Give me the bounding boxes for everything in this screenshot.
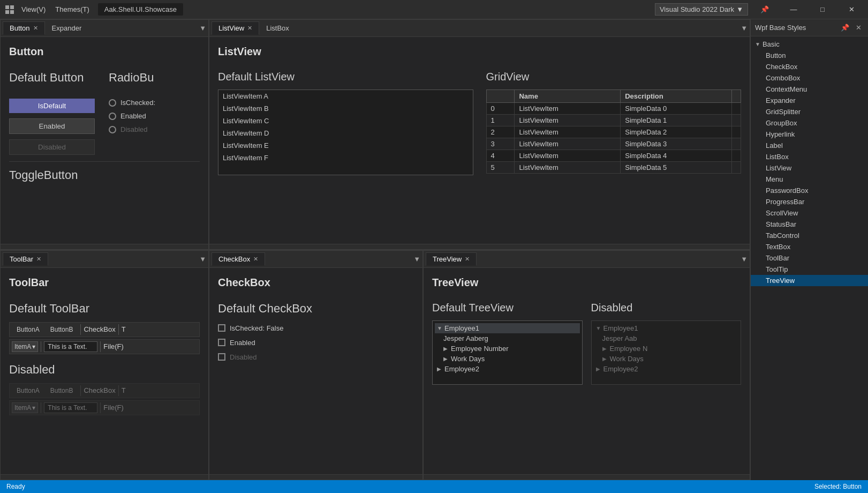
list-item[interactable]: ListViewItem C [218, 115, 473, 127]
tv-d-emp-number-arrow: ▶ [602, 346, 608, 352]
tv-workdays[interactable]: ▶ Work Days [435, 354, 580, 364]
sidebar-item[interactable]: ScrollView [751, 207, 868, 219]
grid-extra [732, 162, 741, 174]
toolbar-btn-b[interactable]: ButtonB [46, 324, 78, 335]
sidebar-item[interactable]: ListView [751, 162, 868, 174]
close-icon: ✕ [849, 5, 855, 13]
tv-employee1[interactable]: ▼ Employee1 [435, 323, 580, 333]
checkbox-hscrollbar[interactable] [209, 474, 422, 480]
toolbar-dropdown[interactable]: ItemA ▾ [12, 341, 38, 352]
sidebar-item[interactable]: TabControl [751, 230, 868, 241]
table-row[interactable]: 0 ListViewItem SimpleData 0 [486, 103, 741, 115]
grid-index: 4 [486, 150, 515, 162]
enabled-button[interactable]: Enabled [9, 118, 95, 134]
tab-toolbar-close[interactable]: ✕ [36, 256, 41, 263]
list-item[interactable]: ListViewItem D [218, 127, 473, 139]
table-row[interactable]: 1 ListViewItem SimpleData 1 [486, 115, 741, 126]
grid-name: ListViewItem [515, 126, 621, 138]
radio-disabled-label: Disabled [120, 125, 148, 133]
list-item[interactable]: ListViewItem A [218, 90, 473, 102]
list-item[interactable]: ListViewItem E [218, 139, 473, 152]
sidebar-close-button[interactable]: ✕ [854, 23, 864, 33]
table-row[interactable]: 5 ListViewItem SimpleData 5 [486, 162, 741, 174]
chevron-down-icon[interactable]: ▼ [741, 255, 748, 263]
toolbar-hscrollbar[interactable] [1, 474, 208, 480]
chevron-down-icon[interactable]: ▼ [199, 24, 206, 32]
chevron-down-icon[interactable]: ▼ [199, 255, 206, 263]
tab-treeview-label: TreeView [433, 255, 462, 263]
tab-toolbar[interactable]: ToolBar ✕ [3, 252, 48, 266]
listview-hscrollbar[interactable] [209, 244, 750, 249]
sidebar-item[interactable]: Label [751, 140, 868, 151]
tv-emp-number[interactable]: ▶ Employee Number [435, 343, 580, 354]
chevron-down-icon[interactable]: ▼ [413, 255, 420, 263]
minimize-button[interactable]: — [781, 0, 806, 19]
sidebar-item[interactable]: CheckBox [751, 61, 868, 72]
tab-button[interactable]: Button ✕ [3, 21, 45, 35]
button-tab-bar: Button ✕ Expander ▼ [1, 20, 208, 37]
menu-view[interactable]: View(V) [17, 3, 50, 16]
table-row[interactable]: 2 ListViewItem SimpleData 2 [486, 126, 741, 138]
maximize-button[interactable]: □ [810, 0, 835, 19]
chevron-down-icon[interactable]: ▼ [741, 24, 748, 32]
treeview-box-default[interactable]: ▼ Employee1 Jesper Aaberg ▶ Employee Num… [432, 320, 583, 385]
sidebar-item[interactable]: ToolTip [751, 264, 868, 275]
sidebar-group-basic[interactable]: ▼ Basic [751, 39, 868, 50]
sidebar-item[interactable]: TreeView [751, 275, 868, 286]
sidebar-item[interactable]: ToolBar [751, 252, 868, 264]
tab-checkbox[interactable]: CheckBox ✕ [212, 252, 265, 266]
close-button[interactable]: ✕ [839, 0, 864, 19]
sidebar-pin-button[interactable]: 📌 [839, 23, 851, 33]
sidebar-item[interactable]: StatusBar [751, 219, 868, 230]
toolbar-disabled-btn-b: ButtonB [46, 385, 78, 396]
radio-ischecked[interactable]: IsChecked: [109, 99, 200, 107]
menu-themes[interactable]: Themes(T) [51, 3, 94, 16]
theme-dropdown[interactable]: Visual Studio 2022 Dark ▼ [655, 3, 748, 16]
default-listview-section: Default ListView ListViewItem A ListView… [218, 71, 473, 175]
is-default-button[interactable]: IsDefault [9, 99, 95, 113]
list-item[interactable]: ListViewItem F [218, 152, 473, 164]
sidebar-item[interactable]: GroupBox [751, 117, 868, 129]
table-row[interactable]: 4 ListViewItem SimpleData 4 [486, 150, 741, 162]
sidebar-item[interactable]: GridSplitter [751, 106, 868, 117]
tab-checkbox-close[interactable]: ✕ [253, 256, 258, 263]
pin-button[interactable]: 📌 [752, 0, 777, 19]
sidebar-item[interactable]: Hyperlink [751, 129, 868, 140]
tab-expander[interactable]: Expander [45, 21, 89, 35]
table-row[interactable]: 3 ListViewItem SimpleData 3 [486, 138, 741, 150]
checkbox-ischecked[interactable]: IsChecked: False [218, 324, 414, 332]
checkbox-enabled[interactable]: Enabled [218, 339, 414, 347]
sidebar-item[interactable]: Button [751, 50, 868, 61]
list-item[interactable]: ListViewItem B [218, 102, 473, 115]
toolbar-btn-a[interactable]: ButtonA [12, 324, 44, 335]
tab-listview-close[interactable]: ✕ [247, 25, 252, 32]
sidebar-item[interactable]: TextBox [751, 241, 868, 252]
tv-d-workdays-label: Work Days [610, 355, 644, 363]
sidebar-item[interactable]: PasswordBox [751, 185, 868, 196]
tab-listbox[interactable]: ListBox [259, 21, 296, 35]
sidebar-item[interactable]: ContextMenu [751, 84, 868, 95]
listview-box[interactable]: ListViewItem A ListViewItem B ListViewIt… [218, 89, 473, 175]
tv-jesper[interactable]: Jesper Aaberg [435, 333, 580, 343]
menu-bar: View(V) Themes(T) [17, 3, 94, 16]
top-panels-row: Button ✕ Expander ▼ Button Default Butto… [0, 19, 750, 250]
svg-rect-1 [10, 5, 14, 9]
tab-listview[interactable]: ListView ✕ [212, 21, 259, 35]
sidebar-item[interactable]: ListBox [751, 151, 868, 162]
tab-treeview[interactable]: TreeView ✕ [426, 252, 477, 266]
toolbar-textbox[interactable] [44, 341, 97, 352]
grid-extra [732, 126, 741, 138]
toolbar-panel: ToolBar ✕ ▼ ToolBar Default ToolBar Butt… [0, 250, 209, 481]
sidebar-item[interactable]: Expander [751, 95, 868, 106]
button-hscrollbar[interactable] [1, 244, 208, 249]
tv-employee2[interactable]: ▶ Employee2 [435, 364, 580, 374]
sidebar-item[interactable]: ComboBox [751, 72, 868, 84]
sidebar-item[interactable]: Menu [751, 174, 868, 185]
treeview-hscrollbar[interactable] [424, 474, 750, 480]
tab-button-close[interactable]: ✕ [33, 25, 38, 32]
tab-treeview-close[interactable]: ✕ [465, 256, 470, 263]
app-title: Aak.Shell.UI.Showcase [98, 3, 183, 16]
grid-desc: SimpleData 0 [621, 103, 732, 115]
radio-enabled[interactable]: Enabled [109, 112, 200, 120]
sidebar-item[interactable]: ProgressBar [751, 196, 868, 207]
